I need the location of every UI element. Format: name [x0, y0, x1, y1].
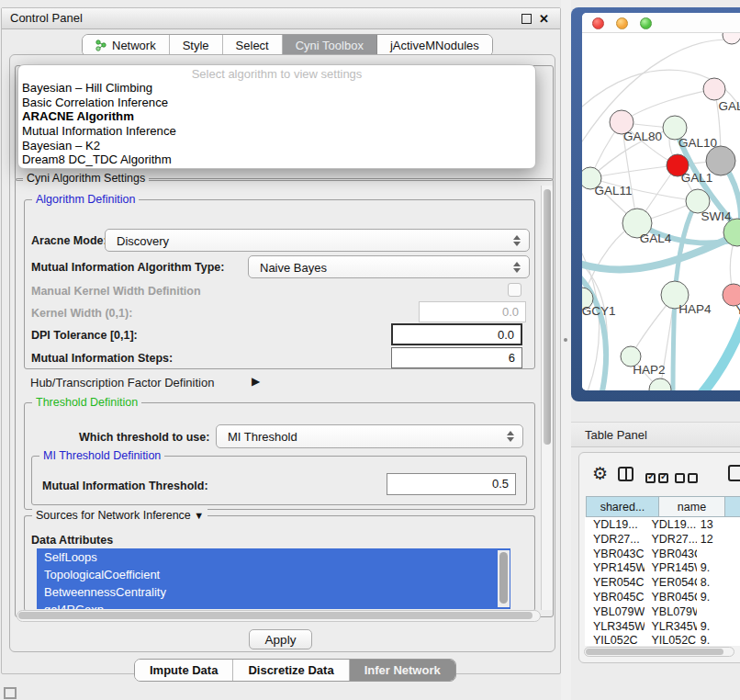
combo-arrows-icon [513, 262, 521, 273]
hub-definition-label: Hub/Transcription Factor Definition [30, 376, 214, 390]
table-column-header[interactable]: A [725, 496, 740, 517]
zoom-traffic-light-icon[interactable] [640, 17, 652, 29]
tab-label: Cyni Toolbox [296, 35, 364, 56]
algorithm-option[interactable]: Mutual Information Inference [22, 124, 532, 139]
tab-jactivemnodules[interactable]: jActiveMNodules [377, 35, 492, 56]
table-row[interactable]: YIL052CYIL052C9. [586, 634, 740, 645]
table-body: YDL19...YDL19...13YDR27...YDR27...12YBR0… [586, 518, 740, 645]
algorithm-option[interactable]: Bayesian – Hill Climbing [22, 81, 532, 96]
manual-kernel-checkbox[interactable] [508, 283, 521, 297]
network-node-label: GAL80 [623, 130, 662, 143]
algorithm-option[interactable]: Bayesian – K2 [22, 139, 532, 153]
divider-grip-icon[interactable] [564, 338, 567, 342]
table-panel-titlebar: Table Panel [571, 422, 740, 447]
table-hscroll-thumb[interactable] [586, 649, 723, 655]
network-view-window: GALGAL80GAL10GAL1GAL11SWI4GAL4GCY1HAP4YH… [571, 7, 740, 401]
table-row[interactable]: YDL19...YDL19...13 [586, 518, 740, 533]
tab-discretize-data[interactable]: Discretize Data [233, 660, 349, 681]
which-threshold-combobox[interactable]: MI Threshold [216, 424, 523, 448]
mi-type-combobox[interactable]: Naive Bayes [248, 255, 530, 278]
mi-steps-field[interactable]: 6 [391, 347, 522, 368]
table-cell: 9. [697, 591, 740, 605]
tab-infer-network[interactable]: Infer Network [350, 660, 455, 681]
data-attribute-item[interactable]: TopologicalCoefficient [37, 566, 510, 583]
table-cell: YLR345W [586, 620, 645, 635]
table-cell: YIL052C [586, 634, 645, 645]
group-title: Threshold Definition [32, 396, 141, 410]
close-traffic-light-icon[interactable] [592, 17, 604, 29]
settings-horizontal-scrollbar [17, 610, 541, 622]
kernel-width-field[interactable]: 0.0 [419, 301, 526, 322]
table-row[interactable]: YER054CYER054C8. [586, 576, 740, 591]
column-chooser-icon[interactable] [618, 467, 633, 481]
network-node-label: GAL4 [640, 231, 672, 245]
table-cell: 9. [697, 620, 740, 635]
data-attribute-item[interactable]: BetweennessCentrality [37, 583, 510, 601]
tab-style[interactable]: Style [170, 35, 223, 56]
list-scrollbar-thumb[interactable] [499, 552, 508, 604]
table-column-header[interactable]: name [659, 496, 725, 517]
settings-vscroll-thumb[interactable] [544, 189, 551, 445]
table-cell: 9. [697, 634, 740, 645]
table-cell: YBR045C [645, 591, 697, 605]
group-title: Algorithm Definition [32, 193, 139, 207]
tab-cyni-toolbox[interactable]: Cyni Toolbox [283, 35, 377, 56]
tab-select[interactable]: Select [223, 35, 283, 56]
settings-hscroll-thumb[interactable] [18, 612, 533, 619]
minimize-traffic-light-icon[interactable] [616, 17, 628, 29]
gear-icon[interactable]: ⚙ [592, 465, 608, 482]
network-edge [694, 316, 740, 390]
close-icon[interactable]: ✕ [539, 10, 549, 28]
table-row[interactable]: YLR345WYLR345W9. [586, 620, 740, 635]
list-scrollbar [498, 550, 510, 607]
table-cell: YDL19... [645, 518, 697, 533]
table-horizontal-scrollbar [584, 647, 734, 657]
table-cell: YPR145W [645, 561, 697, 576]
data-attribute-item[interactable]: SelfLoops [37, 548, 510, 566]
algorithm-option[interactable]: Dream8 DC_TDC Algorithm [22, 152, 532, 167]
table-cell: YDR27... [645, 533, 697, 548]
expand-right-icon[interactable]: ▶ [252, 375, 260, 388]
network-canvas[interactable]: GALGAL80GAL10GAL1GAL11SWI4GAL4GCY1HAP4YH… [582, 33, 740, 390]
export-table-icon[interactable] [728, 465, 740, 481]
network-node[interactable] [723, 33, 740, 44]
table-row[interactable]: YBR045CYBR045C9. [586, 591, 740, 605]
collapse-down-icon[interactable]: ▼ [194, 510, 204, 521]
mi-threshold-field[interactable]: 0.5 [387, 473, 516, 495]
network-graph: GALGAL80GAL10GAL1GAL11SWI4GAL4GCY1HAP4YH… [582, 33, 740, 390]
table-row[interactable]: YBR043CYBR043C [586, 548, 740, 562]
table-row[interactable]: YBL079WYBL079W [586, 605, 740, 620]
table-row[interactable]: YPR145WYPR145W9. [586, 561, 740, 576]
aracne-mode-label: Aracne Mode: [31, 234, 107, 247]
network-node-label: Y [735, 303, 740, 317]
table-cell [697, 605, 740, 620]
table-cell: YBL079W [586, 605, 645, 620]
table-cell: YPR145W [586, 561, 645, 576]
table-cell [697, 548, 740, 562]
table-column-header[interactable]: shared... [586, 496, 659, 517]
table-cell: 13 [697, 518, 740, 533]
algorithm-option[interactable]: Basic Correlation Inference [22, 96, 532, 110]
panel-grip-icon[interactable] [4, 687, 17, 699]
mi-steps-label: Mutual Information Steps: [31, 352, 173, 365]
deselect-all-rows-icon[interactable] [675, 469, 701, 486]
float-window-icon[interactable] [521, 14, 532, 24]
tab-network[interactable]: Network [83, 35, 170, 56]
algorithm-option[interactable]: ARACNE Algorithm [22, 109, 532, 124]
apply-button[interactable]: Apply [249, 629, 312, 649]
split-pane-divider[interactable] [561, 0, 571, 700]
table-row[interactable]: YDR27...YDR27...12 [586, 533, 740, 548]
tab-impute-data[interactable]: Impute Data [135, 660, 233, 681]
network-window-titlebar[interactable] [582, 13, 740, 33]
network-node[interactable] [703, 78, 725, 100]
select-all-rows-icon[interactable]: ✓✓ [645, 469, 671, 486]
network-node[interactable] [649, 378, 671, 390]
table-cell: YER054C [645, 576, 697, 591]
aracne-mode-combobox[interactable]: Discovery [105, 229, 530, 252]
data-attributes-list: SelfLoopsTopologicalCoefficientBetweenne… [37, 548, 510, 609]
dpi-tolerance-field[interactable]: 0.0 [391, 323, 522, 345]
data-attributes-label: Data Attributes [31, 534, 113, 547]
table-cell: YER054C [586, 576, 645, 591]
settings-vertical-scrollbar [541, 186, 553, 610]
data-attribute-item[interactable]: gal4RGexp [37, 601, 510, 609]
